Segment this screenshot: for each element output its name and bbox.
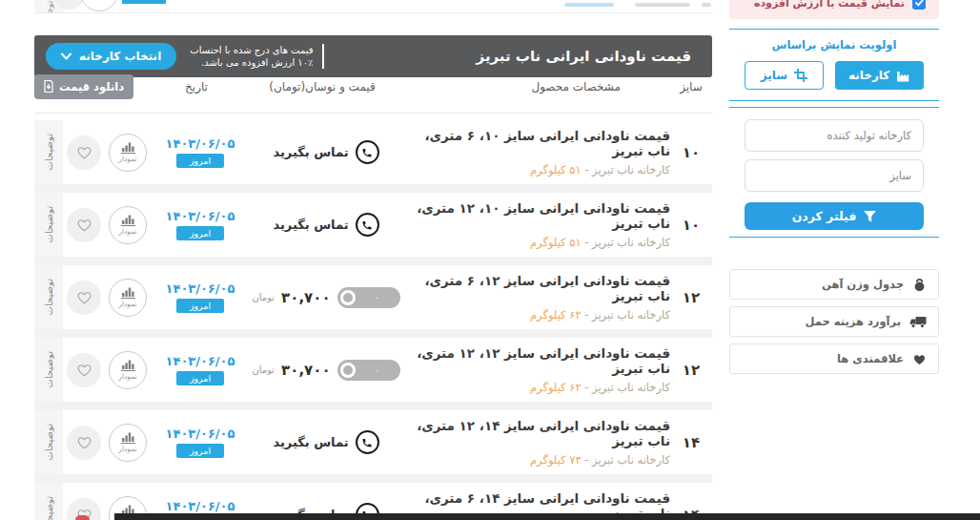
weight-value: ۶۲ کیلوگرم bbox=[530, 381, 582, 394]
product-title-link[interactable]: قیمت ناودانی ایرانی سایز ۱۰، ۱۲ متری، نا… bbox=[408, 200, 670, 231]
chart-button[interactable]: نمودار bbox=[109, 134, 147, 172]
filter-button[interactable]: فیلتر کردن bbox=[745, 202, 924, 230]
price-cell: تماس بگیرید bbox=[250, 213, 402, 237]
call-button[interactable]: تماس بگیرید bbox=[273, 140, 378, 164]
check-icon bbox=[915, 0, 924, 7]
priority-title: اولویت نمایش براساس bbox=[729, 38, 939, 52]
size-value: ۱۰ bbox=[670, 217, 712, 234]
notification-dot bbox=[75, 515, 90, 520]
chart-label: نمودار bbox=[118, 227, 136, 236]
chart-label: نمودار bbox=[118, 300, 136, 308]
favorite-button[interactable] bbox=[67, 353, 101, 387]
factory-name: کارخانه ناب تبریز bbox=[582, 453, 670, 467]
price-group: ۰ ۳۰,۷۰۰ تومان bbox=[252, 287, 399, 308]
size-value: ۱۴ bbox=[670, 434, 712, 451]
clipped-text bbox=[635, 3, 690, 7]
vat-checkbox[interactable] bbox=[912, 0, 926, 10]
factory-name: کارخانه ناب تبریز bbox=[582, 163, 670, 177]
call-label: تماس بگیرید bbox=[273, 218, 348, 232]
price-rows: ۱۰ قیمت ناودانی ایرانی سایز ۱۰، ۶ متری، … bbox=[34, 120, 712, 520]
fluctuation-pill: ۰ bbox=[337, 360, 400, 381]
product-cell: قیمت ناودانی ایرانی سایز ۱۰، ۱۲ متری، نا… bbox=[402, 200, 670, 249]
sidebar-item-favorites[interactable]: علاقمندی ها bbox=[729, 343, 939, 374]
filter-panel: فیلتر کردن bbox=[729, 107, 939, 238]
main-column: توضیحات قیمت ناودانی ایرانی ناب تبریز قی… bbox=[34, 0, 712, 520]
chevron-down-icon bbox=[61, 52, 71, 60]
details-tab[interactable]: توضیحات bbox=[34, 410, 63, 474]
date-cell: ۱۴۰۳/۰۶/۰۵ امروز bbox=[151, 281, 250, 313]
call-button[interactable]: تماس بگیرید bbox=[273, 430, 378, 454]
today-badge: امروز bbox=[176, 371, 224, 385]
sidebar-links: جدول وزن آهن برآورد هزینه حمل علاقمندی ه… bbox=[729, 269, 939, 381]
today-badge: امروز bbox=[176, 226, 224, 240]
producer-input[interactable] bbox=[745, 119, 924, 152]
download-icon bbox=[44, 80, 53, 93]
col-header-date: تاریخ bbox=[147, 80, 246, 94]
product-title-link[interactable]: قیمت ناودانی ایرانی سایز ۱۲، ۱۲ متری، نا… bbox=[408, 345, 670, 376]
product-cell: قیمت ناودانی ایرانی سایز ۱۲، ۱۲ متری، نا… bbox=[402, 345, 670, 394]
no-change-icon bbox=[340, 290, 356, 305]
date-cell: ۱۴۰۳/۰۶/۰۵ امروز bbox=[151, 136, 250, 168]
product-subtitle: کارخانه ناب تبریز۵۱ کیلوگرم bbox=[408, 236, 670, 249]
chart-button[interactable]: نمودار bbox=[109, 279, 147, 317]
chart-label: نمودار bbox=[118, 155, 136, 163]
favorite-button[interactable] bbox=[67, 208, 101, 242]
bar-chart-icon bbox=[121, 286, 135, 299]
details-label: توضیحات bbox=[44, 424, 54, 460]
download-price-button[interactable]: دانلود قیمت bbox=[34, 74, 133, 99]
call-button[interactable]: تماس بگیرید bbox=[273, 213, 378, 237]
details-label: توضیحات bbox=[44, 279, 54, 315]
currency-label: تومان bbox=[252, 292, 275, 302]
details-tab[interactable]: توضیحات bbox=[34, 265, 63, 329]
details-tab[interactable]: توضیحات bbox=[34, 120, 63, 184]
change-value: ۰ bbox=[355, 287, 400, 308]
factory-icon bbox=[896, 70, 910, 82]
favorite-button[interactable] bbox=[67, 281, 101, 315]
weight-value: ۵۱ کیلوگرم bbox=[530, 163, 582, 177]
size-input[interactable] bbox=[745, 159, 924, 192]
bar-chart-icon bbox=[121, 141, 135, 154]
col-header-size: سایز bbox=[670, 80, 712, 94]
favorite-button[interactable] bbox=[67, 426, 101, 460]
fluctuation-pill: ۰ bbox=[337, 287, 400, 308]
priority-size-button[interactable]: سایز bbox=[745, 61, 824, 90]
col-header-price: قیمت و نوسان(تومان) bbox=[246, 80, 398, 94]
bar-chart-icon bbox=[121, 431, 135, 444]
page: توضیحات قیمت ناودانی ایرانی ناب تبریز قی… bbox=[0, 0, 980, 520]
clipped-today-badge bbox=[122, 0, 166, 4]
factory-name: کارخانه ناب تبریز bbox=[582, 308, 670, 322]
clipped-chart-button[interactable] bbox=[80, 0, 118, 11]
call-label: تماس بگیرید bbox=[273, 435, 348, 449]
product-subtitle: کارخانه ناب تبریز۶۲ کیلوگرم bbox=[408, 381, 670, 394]
details-label: توضیحات bbox=[44, 351, 54, 387]
date-value: ۱۴۰۳/۰۶/۰۵ bbox=[166, 209, 235, 223]
sidebar-item-shipping-estimate[interactable]: برآورد هزینه حمل bbox=[729, 306, 939, 337]
price-cell: تماس بگیرید bbox=[250, 140, 402, 164]
date-cell: ۱۴۰۳/۰۶/۰۵ امروز bbox=[151, 209, 250, 240]
chart-button[interactable]: نمودار bbox=[109, 351, 147, 389]
favorite-button[interactable] bbox=[67, 135, 101, 170]
weight-value: ۷۴ کیلوگرم bbox=[530, 453, 582, 467]
date-value: ۱۴۰۳/۰۶/۰۵ bbox=[166, 499, 235, 513]
currency-label: تومان bbox=[252, 364, 275, 375]
product-title-link[interactable]: قیمت ناودانی ایرانی سایز ۱۲، ۶ متری، ناب… bbox=[408, 273, 670, 303]
chart-button[interactable]: نمودار bbox=[109, 206, 147, 244]
clipped-row-top: توضیحات bbox=[34, 0, 712, 13]
priority-factory-button[interactable]: کارخانه bbox=[835, 61, 924, 90]
product-title-link[interactable]: قیمت ناودانی ایرانی سایز ۱۴، ۱۲ متری، نا… bbox=[408, 418, 670, 448]
vat-toggle-box: نمایش قیمت با ارزش افزوده bbox=[729, 0, 939, 19]
product-cell: قیمت ناودانی ایرانی سایز ۱۴، ۱۲ متری، نا… bbox=[402, 418, 670, 467]
price-row: ۱۴ قیمت ناودانی ایرانی سایز ۱۴، ۱۲ متری،… bbox=[34, 410, 712, 474]
chart-button[interactable]: نمودار bbox=[109, 424, 147, 462]
heart-outline-icon bbox=[76, 363, 92, 377]
product-title-link[interactable]: قیمت ناودانی ایرانی سایز ۱۰، ۶ متری، ناب… bbox=[408, 128, 670, 158]
details-tab[interactable]: توضیحات bbox=[34, 483, 63, 520]
heart-outline-icon bbox=[76, 218, 92, 232]
bar-chart-icon bbox=[121, 359, 135, 371]
details-tab[interactable]: توضیحات bbox=[34, 338, 63, 402]
factory-name: کارخانه ناب تبریز bbox=[582, 236, 670, 249]
sidebar-item-weight-table[interactable]: جدول وزن آهن bbox=[729, 269, 939, 300]
details-tab[interactable]: توضیحات bbox=[34, 193, 63, 257]
product-subtitle: کارخانه ناب تبریز۷۴ کیلوگرم bbox=[408, 453, 670, 467]
select-factory-button[interactable]: انتخاب کارخانه bbox=[46, 43, 176, 70]
